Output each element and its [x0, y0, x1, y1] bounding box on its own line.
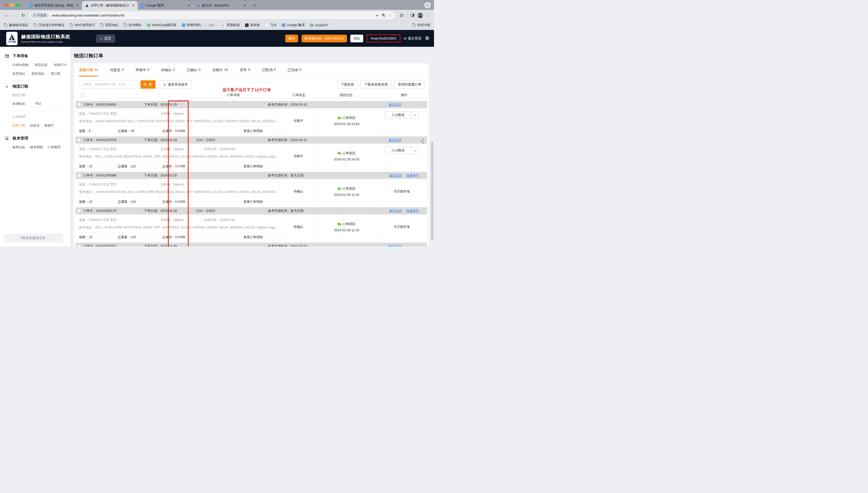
- download-labels-button[interactable]: 下载标签: [337, 80, 358, 89]
- bookmark-item[interactable]: 赫德物流项目: [4, 23, 28, 27]
- sidebar-item-package-size[interactable]: 包装尺寸: [54, 63, 67, 67]
- browser-tab-zentao[interactable]: z 物流管理系统-提Bug - 禅道 ✕: [26, 1, 82, 10]
- sidebar-item-africa-b2b[interactable]: 非洲B2B: [13, 102, 25, 106]
- side-panel-icon[interactable]: [409, 12, 416, 19]
- warehouse-data-button[interactable]: 入仓数据 ∨: [385, 111, 419, 119]
- sidebar-item-order-fees[interactable]: 订单费用: [47, 145, 61, 150]
- tab-to-submit[interactable]: 待提交0: [110, 63, 124, 77]
- sidebar-item-fbj[interactable]: FBJ: [36, 102, 41, 106]
- all-bookmarks-button[interactable]: 所有书签: [413, 23, 430, 27]
- profile-avatar[interactable]: [417, 12, 424, 19]
- tab-close-icon[interactable]: ✕: [187, 4, 191, 7]
- browser-tab-orders-active[interactable]: 全部订单 - 赫德国际物流订舱系 ✕: [82, 1, 138, 10]
- page-scrollbar[interactable]: [431, 142, 433, 240]
- language-globe-icon[interactable]: [425, 36, 429, 41]
- tab-overflow-button[interactable]: ∨: [424, 2, 431, 8]
- view-order-detail-link[interactable]: 查看订单明细: [243, 129, 263, 133]
- window-minimize-button[interactable]: [10, 3, 14, 7]
- reload-icon[interactable]: ↻: [20, 12, 27, 19]
- learn-more-button[interactable]: 了解更多赫德业务 ›: [4, 234, 63, 242]
- more-filters-button[interactable]: ∨ 更多筛选条件: [160, 80, 192, 89]
- tracking-cell[interactable]: 订单跟踪 2024-02-29 11:19: [317, 214, 376, 239]
- remark-info-link[interactable]: 备注信息: [389, 172, 402, 179]
- sidebar-item-receive-address[interactable]: 收货地址: [31, 71, 44, 76]
- sidebar-item-importer[interactable]: 进口商: [51, 71, 61, 76]
- sidebar-item-bill-payment[interactable]: 账单付款: [13, 145, 25, 150]
- tab-cancelled[interactable]: 已取消0: [262, 63, 276, 77]
- address-bar[interactable]: ⚠ 不安全 testtrunkbooking.hart-worldwide.co…: [29, 12, 395, 19]
- browser-tab-google-translate[interactable]: G Google 翻译 ✕: [138, 1, 194, 10]
- row-checkbox[interactable]: [78, 103, 81, 106]
- translate-icon[interactable]: G: [381, 12, 387, 18]
- new-tab-button[interactable]: +: [251, 2, 258, 9]
- bookmark-item-whatsapp[interactable]: ✆WhatsApp网页版: [147, 23, 176, 27]
- remark-info-link[interactable]: 备注信息: [389, 136, 402, 144]
- sidebar-item-pickup-address[interactable]: 提货地址: [13, 71, 25, 76]
- copy-to-new-order-button[interactable]: 复制到新建订单: [394, 80, 425, 89]
- bookmark-item-google-translate[interactable]: GGoogle 翻译: [282, 23, 305, 27]
- sidebar-item-jumia-shop[interactable]: JUMIA商铺: [13, 63, 29, 67]
- view-order-detail-link[interactable]: 查看订单明细: [243, 164, 263, 169]
- browser-tab-mastergo[interactable]: 新文件 - MasterGo ✕: [194, 1, 249, 10]
- back-icon[interactable]: ←: [3, 12, 10, 19]
- tab-to-confirm[interactable]: 待确认2: [161, 63, 175, 77]
- row-checkbox[interactable]: [78, 138, 81, 142]
- sidebar-item-to-submit[interactable]: 待提交: [30, 124, 40, 128]
- express-number-link[interactable]: 快递单号: [406, 172, 419, 179]
- sidebar-item-reviewing[interactable]: 审核中: [44, 124, 54, 128]
- download-packing-invoice-button[interactable]: 下载装箱单发票: [361, 80, 392, 89]
- tab-all-orders[interactable]: 全部订单12: [79, 63, 98, 77]
- logout-button[interactable]: ⟳ 退出登录: [404, 36, 421, 41]
- bookmark-item-feishu[interactable]: ✓飞书: [265, 23, 277, 27]
- bookmark-item-bilibili[interactable]: ᴖᴖ哔哩哔哩 (゜-゜)つ...: [182, 23, 216, 27]
- sidebar-item-product-info[interactable]: 商品信息: [35, 63, 48, 67]
- window-close-button[interactable]: [5, 3, 8, 7]
- balance-button[interactable]: 剩余预存款：4101.94USD: [302, 35, 347, 42]
- bookmark-item-alimail[interactable]: M阿里邮箱: [222, 23, 240, 27]
- window-zoom-button[interactable]: [16, 3, 19, 7]
- tab-abnormal[interactable]: 异常0: [240, 63, 250, 77]
- tab-close-icon[interactable]: ✕: [75, 4, 80, 7]
- bookmark-item-cupfox[interactable]: ⧗茶杯狐: [245, 23, 260, 27]
- bookmark-star-icon[interactable]: ☆: [387, 12, 393, 18]
- bookmark-item[interactable]: 技术网站: [124, 23, 142, 27]
- home-button[interactable]: ⌂ 首页: [96, 34, 115, 43]
- forward-icon[interactable]: →: [12, 12, 19, 19]
- bookmark-item[interactable]: MAC使用技巧: [70, 23, 95, 27]
- tab-confirmed[interactable]: 已确认0: [187, 63, 200, 77]
- tracking-cell[interactable]: 订单跟踪 2024-02-29 14:53: [317, 144, 376, 169]
- messages-button[interactable]: 消息: [350, 35, 363, 42]
- sidebar-item-all-orders[interactable]: 全部订单: [13, 124, 25, 128]
- remark-info-link[interactable]: 备注信息: [389, 243, 402, 246]
- tab-close-icon[interactable]: ✕: [131, 4, 136, 7]
- tab-in-transit[interactable]: 运输中10: [212, 63, 228, 77]
- username-highlight-box[interactable]: AndyTest022801: [367, 34, 400, 42]
- browser-menu-icon[interactable]: ⋮: [425, 12, 431, 19]
- search-button[interactable]: 搜 索: [140, 80, 155, 89]
- chevron-down-icon[interactable]: ∨: [411, 147, 418, 154]
- tracking-cell[interactable]: 订单跟踪 2024-02-29 14:53: [317, 108, 376, 133]
- remark-info-link[interactable]: 备注信息: [389, 207, 402, 214]
- chevron-down-icon[interactable]: ∨: [411, 112, 418, 119]
- select-all-checkbox[interactable]: [81, 93, 85, 97]
- bookmark-item[interactable]: 历史项目资料整合: [34, 23, 65, 27]
- row-checkbox[interactable]: [78, 174, 81, 177]
- ticket-settlement-button[interactable]: 票结: [285, 35, 298, 42]
- row-checkbox[interactable]: [78, 244, 81, 246]
- security-badge[interactable]: ⚠ 不安全: [31, 13, 49, 18]
- search-input[interactable]: [79, 80, 140, 89]
- collapse-panel-icon[interactable]: 《: [418, 137, 424, 146]
- tab-reviewing[interactable]: 审核中0: [136, 63, 149, 77]
- tab-completed[interactable]: 已完成0: [287, 63, 301, 77]
- warehouse-data-button[interactable]: 入仓数据 ∨: [385, 147, 419, 154]
- url-text[interactable]: testtrunkbooking.hart-worldwide.com/#/or…: [52, 14, 374, 17]
- view-order-detail-link[interactable]: 查看订单明细: [243, 235, 263, 239]
- sidebar-item-bill-detail[interactable]: 账单明细: [30, 145, 43, 150]
- tracking-cell[interactable]: 订单跟踪 2024-02-29 11:24: [317, 179, 376, 204]
- row-checkbox[interactable]: [78, 209, 81, 212]
- extensions-puzzle-icon[interactable]: [398, 12, 405, 19]
- remark-info-link[interactable]: 备注信息: [389, 101, 402, 108]
- bookmark-item-chatgpt[interactable]: ✳ChatGPT: [310, 23, 328, 27]
- view-order-detail-link[interactable]: 查看订单明细: [243, 200, 263, 204]
- tab-close-icon[interactable]: ✕: [243, 4, 247, 7]
